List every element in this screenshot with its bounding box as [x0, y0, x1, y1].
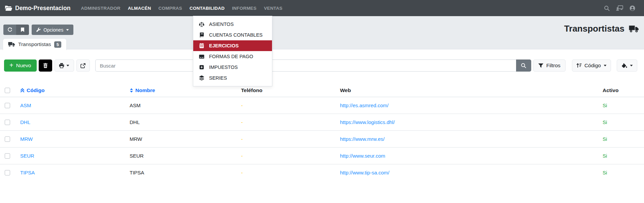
menu-item-cuentas-contables[interactable]: CUENTAS CONTABLES: [193, 30, 272, 40]
search-input[interactable]: [95, 59, 516, 72]
refresh-icon: [7, 27, 12, 32]
truck-icon: [629, 25, 639, 33]
web-link[interactable]: http://www.tip-sa.com/: [340, 170, 389, 175]
delete-button[interactable]: [39, 59, 52, 72]
opciones-label: Opciones: [43, 27, 63, 33]
nombre-cell: DHL: [126, 119, 237, 125]
menu-item-label: IMPUESTOS: [209, 65, 238, 70]
brand[interactable]: Demo-Presentacion: [5, 5, 70, 12]
opciones-button[interactable]: Opciones: [32, 25, 73, 35]
menu-item-ejercicios[interactable]: EJERCICIOS: [193, 40, 272, 51]
menu-item-label: SERIES: [209, 75, 227, 81]
codigo-link[interactable]: ASM: [20, 103, 31, 108]
codigo-link[interactable]: SEUR: [20, 153, 34, 159]
filtros-button[interactable]: Filtros: [533, 59, 566, 72]
wrench-icon: [36, 28, 41, 32]
telefono-cell: -: [237, 170, 336, 175]
calendar-icon: [199, 43, 205, 48]
trash-icon: [43, 63, 48, 68]
web-link[interactable]: http://es.asmred.com/: [340, 103, 388, 108]
table-row: ASM ASM - http://es.asmred.com/ Si: [0, 97, 644, 114]
caret-down-icon: [66, 65, 69, 67]
money-check-icon: [199, 54, 205, 59]
column-header-telefono: Teléfono: [237, 87, 336, 93]
tab-label: Transportistas: [18, 41, 51, 47]
bookmark-button[interactable]: [16, 25, 29, 35]
table-row: TIPSA TIPSA - http://www.tip-sa.com/ Si: [0, 164, 644, 181]
contabilidad-dropdown-menu: ASIENTOS CUENTAS CONTABLES EJERCICIOS FO…: [193, 16, 272, 86]
subheader: Opciones Transportistas Transportistas 5: [0, 16, 644, 49]
bookmark-icon: [21, 27, 25, 32]
row-checkbox[interactable]: [5, 170, 10, 175]
nav-item-compras[interactable]: COMPRAS: [155, 6, 186, 11]
row-checkbox[interactable]: [5, 153, 10, 159]
table-header-row: Código Nombre Teléfono Web Activo: [0, 84, 644, 97]
actions-toolbar: + Nuevo: [3, 59, 637, 72]
menu-item-label: EJERCICIOS: [209, 43, 239, 48]
nombre-cell: MRW: [126, 136, 237, 142]
web-link[interactable]: https://www.logistics.dhl/: [340, 119, 395, 125]
navbar-right-icons: [604, 5, 635, 11]
page-title-text: Transportistas: [564, 24, 624, 34]
print-button[interactable]: [55, 59, 74, 72]
telefono-cell: -: [237, 136, 336, 142]
sort-both-icon: [130, 88, 133, 93]
layers-icon: [199, 75, 205, 81]
codigo-link[interactable]: DHL: [20, 119, 30, 125]
column-header-activo: Activo: [599, 87, 644, 93]
row-checkbox[interactable]: [5, 120, 10, 125]
codigo-link[interactable]: TIPSA: [20, 170, 35, 175]
row-checkbox[interactable]: [5, 103, 10, 108]
web-link[interactable]: https://www.mrw.es/: [340, 136, 385, 142]
column-header-codigo[interactable]: Código: [16, 87, 126, 93]
column-header-nombre[interactable]: Nombre: [126, 87, 237, 93]
search-icon: [521, 63, 526, 68]
nombre-cell: SEUR: [126, 153, 237, 159]
truck-icon: [8, 42, 15, 47]
caret-down-icon: [604, 65, 607, 67]
row-checkbox[interactable]: [5, 136, 10, 142]
menu-item-label: FORMAS DE PAGO: [209, 54, 253, 59]
nav-item-almacen[interactable]: ALMACÉN: [124, 6, 155, 11]
nuevo-button[interactable]: + Nuevo: [4, 59, 37, 72]
nav-item-ventas[interactable]: VENTAS: [260, 6, 286, 11]
search-button[interactable]: [516, 59, 531, 72]
caret-down-icon: [66, 29, 69, 31]
menu-item-series[interactable]: SERIES: [193, 73, 272, 83]
activo-cell: Si: [599, 153, 644, 159]
tab-count-badge: 5: [54, 41, 61, 48]
search-icon[interactable]: [604, 5, 610, 11]
nav-item-administrador[interactable]: ADMINISTRADOR: [77, 6, 124, 11]
telefono-cell: -: [237, 119, 336, 125]
presentation-user-icon[interactable]: [616, 5, 623, 11]
plus-icon: +: [9, 62, 13, 69]
web-link[interactable]: http://www.seur.com: [340, 153, 385, 159]
menu-item-impuestos[interactable]: IMPUESTOS: [193, 62, 272, 73]
activo-cell: Si: [599, 119, 644, 125]
nav-item-informes[interactable]: INFORMES: [228, 6, 260, 11]
nav-item-contabilidad[interactable]: CONTABILIDAD: [186, 6, 228, 11]
telefono-cell: -: [237, 103, 336, 108]
sort-order-button[interactable]: Código: [572, 59, 611, 72]
table-row: DHL DHL - https://www.logistics.dhl/ Si: [0, 114, 644, 131]
caret-down-icon: [630, 65, 633, 67]
fill-color-button[interactable]: [617, 59, 637, 72]
square-plus-icon: [199, 65, 205, 70]
user-circle-icon[interactable]: [630, 5, 635, 11]
refresh-button[interactable]: [3, 25, 16, 35]
codigo-link[interactable]: MRW: [20, 136, 33, 142]
sort-field-label: Código: [584, 63, 601, 69]
tab-transportistas[interactable]: Transportistas 5: [3, 38, 67, 50]
select-all-checkbox[interactable]: [5, 88, 10, 93]
nombre-cell: TIPSA: [126, 170, 237, 175]
export-button[interactable]: [76, 59, 90, 72]
menu-item-formas-de-pago[interactable]: FORMAS DE PAGO: [193, 51, 272, 62]
balance-scale-icon: [199, 22, 205, 27]
menu-item-label: ASIENTOS: [209, 22, 234, 27]
menu-item-label: CUENTAS CONTABLES: [209, 32, 263, 38]
table-row: MRW MRW - https://www.mrw.es/ Si: [0, 131, 644, 148]
column-header-codigo-label[interactable]: Código: [27, 87, 44, 93]
external-link-icon: [80, 63, 86, 68]
column-header-nombre-label[interactable]: Nombre: [135, 87, 155, 93]
menu-item-asientos[interactable]: ASIENTOS: [193, 19, 272, 30]
